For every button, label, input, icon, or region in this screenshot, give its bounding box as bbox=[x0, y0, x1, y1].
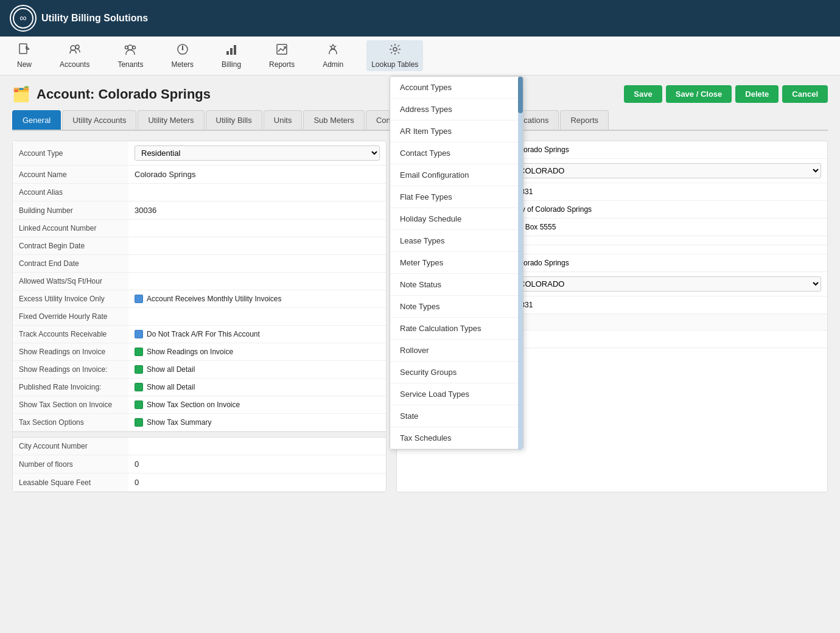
toolbar-lookup-label: Lookup Tables bbox=[371, 60, 418, 69]
menu-lease-types[interactable]: Lease Types bbox=[390, 230, 523, 252]
toolbar-billing-label: Billing bbox=[222, 60, 241, 69]
save-button[interactable]: Save bbox=[624, 85, 662, 103]
num-floors-value: 0 bbox=[135, 460, 139, 469]
delete-button[interactable]: Delete bbox=[735, 85, 779, 103]
show-tax-checkbox[interactable] bbox=[135, 400, 143, 409]
menu-service-load-types[interactable]: Service Load Types bbox=[390, 383, 523, 405]
menu-security-groups[interactable]: Security Groups bbox=[390, 362, 523, 383]
lookup-dropdown: Account Types Address Types AR Item Type… bbox=[390, 76, 523, 450]
leasable-sqft-value: 0 bbox=[135, 478, 139, 487]
show-readings-detail-label: Show all Detail bbox=[147, 365, 195, 374]
field-contract-end: Contract End Date bbox=[13, 255, 386, 273]
menu-note-types[interactable]: Note Types bbox=[390, 296, 523, 318]
published-rate-checkbox[interactable] bbox=[135, 383, 143, 391]
menu-meter-types[interactable]: Meter Types bbox=[390, 252, 523, 274]
excess-invoice-checkbox-item: Account Receives Monthly Utility Invoice… bbox=[135, 295, 380, 303]
show-readings-checkbox[interactable] bbox=[135, 348, 143, 356]
cancel-button[interactable]: Cancel bbox=[782, 85, 828, 103]
toolbar-admin[interactable]: Admin bbox=[318, 40, 348, 71]
new-icon bbox=[18, 43, 31, 59]
field-leasable-sqft: Leasable Square Feet 0 bbox=[13, 474, 386, 492]
field-excess-invoice: Excess Utility Invoice Only Account Rece… bbox=[13, 290, 386, 308]
toolbar-lookup[interactable]: Lookup Tables bbox=[366, 40, 423, 71]
page-title-left: 🗂️ Account: Colorado Springs bbox=[12, 86, 211, 103]
menu-contact-types[interactable]: Contact Types bbox=[390, 142, 523, 164]
building-number-value: 30036 bbox=[135, 206, 156, 215]
toolbar-tenants-label: Tenants bbox=[117, 60, 143, 69]
tax-options-label: Show Tax Summary bbox=[147, 418, 211, 427]
right-state-select[interactable]: COLORADO bbox=[513, 276, 821, 292]
menu-rollover[interactable]: Rollover bbox=[390, 340, 523, 362]
svg-point-9 bbox=[133, 46, 136, 49]
tab-units[interactable]: Units bbox=[264, 110, 303, 130]
svg-rect-15 bbox=[230, 48, 233, 55]
toolbar-tenants[interactable]: Tenants bbox=[113, 40, 148, 71]
menu-holiday-schedule[interactable]: Holiday Schedule bbox=[390, 208, 523, 230]
svg-rect-2 bbox=[19, 44, 27, 54]
billing-icon bbox=[225, 43, 238, 59]
show-readings-detail-checkbox[interactable] bbox=[135, 365, 143, 374]
track-ar-checkbox[interactable] bbox=[135, 330, 143, 338]
tab-reports[interactable]: Reports bbox=[560, 110, 609, 130]
show-tax-label: Show Tax Section on Invoice bbox=[147, 400, 240, 409]
field-show-readings-detail: Show Readings on Invoice: Show all Detai… bbox=[13, 361, 386, 379]
logo-area: ∞ Utility Billing Solutions bbox=[10, 5, 148, 32]
field-account-name: Account Name Colorado Springs bbox=[13, 166, 386, 184]
save-close-button[interactable]: Save / Close bbox=[666, 85, 732, 103]
field-fixed-override: Fixed Override Hourly Rate bbox=[13, 308, 386, 326]
page-title: Account: Colorado Springs bbox=[37, 86, 211, 102]
toolbar-new[interactable]: New bbox=[12, 40, 37, 71]
account-name-value: Colorado Springs bbox=[135, 170, 195, 179]
field-linked-account: Linked Account Number bbox=[13, 220, 386, 237]
menu-note-status[interactable]: Note Status bbox=[390, 274, 523, 296]
menu-account-types[interactable]: Account Types bbox=[390, 77, 523, 99]
svg-point-10 bbox=[125, 46, 128, 49]
tab-utility-bills[interactable]: Utility Bills bbox=[206, 110, 262, 130]
account-type-select[interactable]: Residential bbox=[135, 145, 380, 161]
tab-sub-meters[interactable]: Sub Meters bbox=[303, 110, 364, 130]
tax-options-checkbox[interactable] bbox=[135, 418, 143, 427]
field-published-rate: Published Rate Invoicing: Show all Detai… bbox=[13, 379, 386, 396]
tab-utility-accounts[interactable]: Utility Accounts bbox=[62, 110, 136, 130]
toolbar-accounts[interactable]: Accounts bbox=[55, 40, 94, 71]
toolbar-accounts-label: Accounts bbox=[60, 60, 89, 69]
dropdown-scrollbar[interactable] bbox=[518, 77, 523, 449]
reports-icon bbox=[275, 43, 289, 59]
action-buttons: Save Save / Close Delete Cancel bbox=[624, 85, 828, 103]
admin-icon bbox=[326, 43, 340, 59]
tab-utility-meters[interactable]: Utility Meters bbox=[138, 110, 204, 130]
menu-email-config[interactable]: Email Configuration bbox=[390, 164, 523, 186]
menu-rate-calc-types[interactable]: Rate Calculation Types bbox=[390, 318, 523, 340]
track-ar-checkbox-item: Do Not Track A/R For This Account bbox=[135, 330, 380, 338]
excess-invoice-label: Account Receives Monthly Utility Invoice… bbox=[147, 295, 281, 303]
menu-state[interactable]: State bbox=[390, 405, 523, 427]
top-header: ∞ Utility Billing Solutions bbox=[0, 0, 840, 37]
tab-general[interactable]: General bbox=[12, 110, 61, 130]
accounts-icon bbox=[68, 43, 82, 59]
toolbar: New Accounts Tenants bbox=[0, 37, 840, 75]
menu-address-types[interactable]: Address Types bbox=[390, 99, 523, 121]
toolbar-billing[interactable]: Billing bbox=[217, 40, 246, 71]
toolbar-reports[interactable]: Reports bbox=[264, 40, 299, 71]
menu-ar-item-types[interactable]: AR Item Types bbox=[390, 121, 523, 142]
toolbar-admin-label: Admin bbox=[323, 60, 343, 69]
field-num-floors: Number of floors 0 bbox=[13, 455, 386, 474]
toolbar-meters-label: Meters bbox=[171, 60, 194, 69]
field-allowed-watts: Allowed Watts/Sq Ft/Hour bbox=[13, 273, 386, 290]
excess-invoice-checkbox[interactable] bbox=[135, 295, 143, 303]
field-contract-begin: Contract Begin Date bbox=[13, 237, 386, 255]
show-readings-checkbox-item: Show Readings on Invoice bbox=[135, 348, 380, 356]
menu-flat-fee-types[interactable]: Flat Fee Types bbox=[390, 186, 523, 208]
field-account-alias: Account Alias bbox=[13, 184, 386, 201]
scroll-thumb bbox=[518, 77, 523, 113]
left-form-table: Account Type Residential Account Name Co… bbox=[13, 141, 386, 432]
published-rate-item: Show all Detail bbox=[135, 383, 380, 391]
toolbar-meters[interactable]: Meters bbox=[166, 40, 198, 71]
menu-tax-schedules[interactable]: Tax Schedules bbox=[390, 427, 523, 449]
right-addr-state-select[interactable]: COLORADO bbox=[513, 163, 821, 178]
field-tax-options: Tax Section Options Show Tax Summary bbox=[13, 414, 386, 432]
section-separator bbox=[13, 432, 386, 438]
svg-rect-16 bbox=[234, 45, 236, 55]
tenants-icon bbox=[124, 43, 137, 59]
show-readings-detail-item: Show all Detail bbox=[135, 365, 380, 374]
